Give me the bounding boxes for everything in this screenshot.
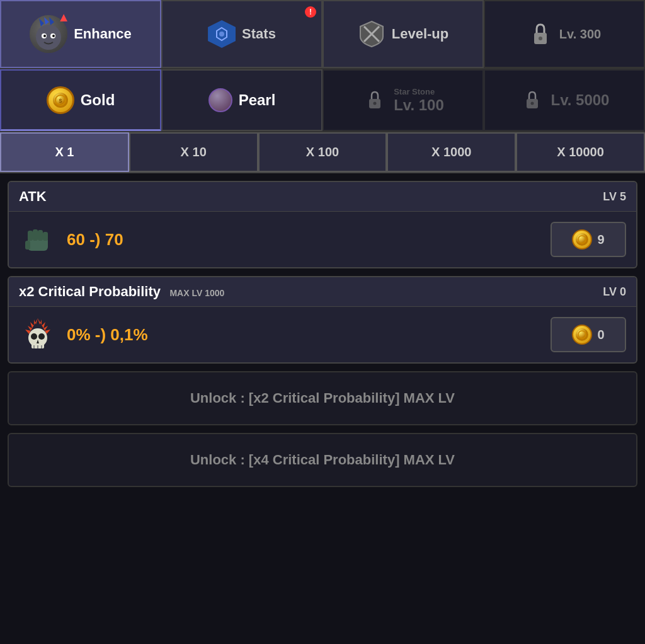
stat-critical-value: 0% -) 0,1%: [67, 325, 540, 345]
svg-rect-21: [28, 231, 33, 241]
tab-enhance-label: Enhance: [74, 26, 132, 42]
svg-point-4: [52, 35, 55, 37]
svg-marker-7: [49, 17, 54, 25]
svg-rect-23: [38, 230, 43, 241]
tab-lv300-label: Lv. 300: [559, 27, 601, 42]
levelup-shield-icon: [358, 20, 385, 48]
stats-alert-dot: !: [305, 6, 316, 18]
pearl-icon: [208, 88, 232, 112]
mult-x10000[interactable]: X 10000: [516, 132, 645, 172]
starstone100-label: Lv. 100: [394, 96, 444, 114]
character-icon: ▲: [30, 15, 67, 53]
tab-enhance[interactable]: ▲ Enhance: [0, 0, 161, 68]
starstone5000-lock-icon: [520, 88, 545, 113]
multiplier-tabs: X 1 X 10 X 100 X 1000 X 10000: [0, 132, 645, 173]
svg-point-33: [38, 333, 45, 340]
atk-cost-coin-icon: [572, 229, 592, 250]
stat-critical-body: 0% -) 0,1%: [9, 307, 636, 362]
svg-text:$: $: [59, 98, 62, 104]
currency-starstone-5000[interactable]: Lv. 5000: [484, 69, 645, 131]
stat-atk-lv: LV 5: [603, 190, 626, 204]
stat-atk-cost-value: 9: [597, 233, 604, 247]
unlock-text-1: Unlock : [x2 Critical Probability] MAX L…: [190, 390, 455, 406]
mult-x1[interactable]: X 1: [0, 132, 129, 172]
svg-marker-5: [39, 18, 44, 26]
critical-skull-icon: [19, 316, 57, 354]
svg-point-17: [374, 102, 377, 105]
svg-point-19: [530, 102, 534, 105]
currency-starstone-100[interactable]: Star Stone Lv. 100: [322, 69, 484, 131]
currency-pearl[interactable]: Pearl: [161, 69, 322, 131]
mult-x1000[interactable]: X 1000: [387, 132, 516, 172]
svg-point-3: [43, 35, 46, 37]
stat-atk-body: 60 -) 70: [9, 212, 636, 267]
main-container: ▲ Enhance Stats !: [0, 0, 645, 644]
svg-point-32: [31, 333, 37, 340]
svg-marker-6: [44, 17, 49, 25]
gold-coin-icon: $: [47, 86, 74, 114]
starstone100-lock-icon: [362, 88, 387, 113]
unlock-text-2: Unlock : [x4 Critical Probability] MAX L…: [190, 452, 455, 468]
stat-atk-header: ATK LV 5: [9, 182, 636, 212]
stat-atk-section: ATK LV 5 60 -) 70: [8, 181, 637, 268]
unlock-section-1: Unlock : [x2 Critical Probability] MAX L…: [8, 371, 637, 425]
starstone-sub-label: Star Stone: [394, 87, 435, 96]
stats-container: ATK LV 5 60 -) 70: [0, 173, 645, 644]
critical-cost-coin-icon: [572, 325, 592, 345]
unlock-section-2: Unlock : [x4 Critical Probability] MAX L…: [8, 433, 637, 487]
stat-critical-name: x2 Critical Probability: [19, 284, 161, 299]
stat-atk-cost[interactable]: 9: [551, 222, 626, 257]
tab-levelup-label: Level-up: [392, 26, 448, 42]
stat-critical-cost-value: 0: [597, 328, 604, 342]
char-arrow-icon: ▲: [57, 10, 70, 25]
svg-point-12: [539, 37, 542, 40]
currency-gold[interactable]: $ Gold: [0, 69, 161, 131]
tab-stats-label: Stats: [242, 26, 276, 42]
svg-point-38: [576, 328, 588, 341]
stat-critical-maxlv: MAX LV 1000: [169, 288, 224, 298]
svg-rect-22: [33, 229, 38, 241]
atk-fist-icon: [19, 221, 57, 258]
stat-critical-name-group: x2 Critical Probability MAX LV 1000: [19, 284, 224, 300]
svg-rect-25: [25, 241, 30, 250]
currency-tabs: $ Gold Pearl Star Stone Lv. 100: [0, 69, 645, 132]
svg-point-8: [219, 32, 224, 37]
stat-atk-value: 60 -) 70: [67, 230, 540, 250]
currency-gold-label: Gold: [81, 91, 115, 109]
mult-x100[interactable]: X 100: [258, 132, 387, 172]
svg-point-26: [576, 233, 588, 246]
stats-hex-icon: [208, 20, 236, 48]
tab-lv300[interactable]: Lv. 300: [484, 0, 645, 68]
mult-x10[interactable]: X 10: [129, 132, 258, 172]
lv300-lock-icon: [528, 21, 553, 47]
stat-critical-section: x2 Critical Probability MAX LV 1000 LV 0: [8, 276, 637, 364]
svg-rect-24: [43, 232, 48, 241]
stat-critical-cost[interactable]: 0: [551, 317, 626, 352]
stat-atk-name: ATK: [19, 188, 47, 204]
stat-critical-header: x2 Critical Probability MAX LV 1000 LV 0: [9, 277, 636, 307]
tab-stats[interactable]: Stats !: [161, 0, 322, 68]
tab-levelup[interactable]: Level-up: [322, 0, 484, 68]
svg-point-0: [36, 25, 61, 50]
currency-pearl-label: Pearl: [239, 91, 276, 109]
stat-critical-lv: LV 0: [603, 285, 626, 299]
stat-atk-name-group: ATK: [19, 188, 47, 205]
starstone5000-label: Lv. 5000: [551, 91, 610, 109]
top-tabs: ▲ Enhance Stats !: [0, 0, 645, 69]
